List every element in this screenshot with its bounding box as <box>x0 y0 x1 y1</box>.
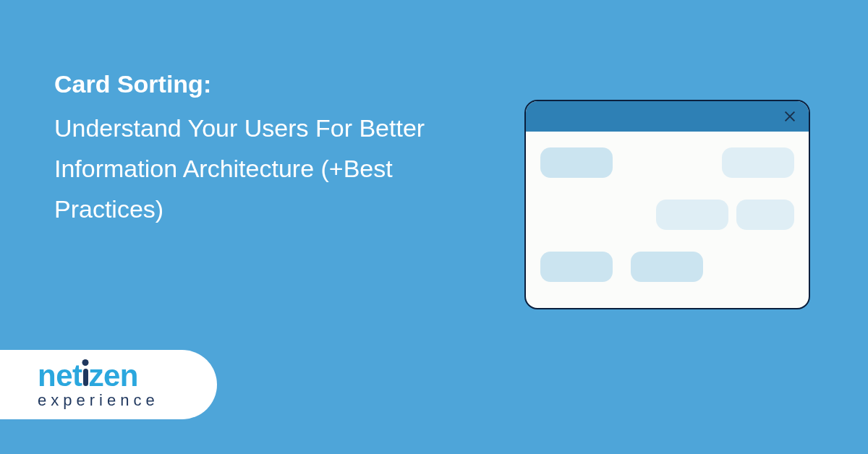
logo-part-net: net <box>38 359 82 393</box>
heading-block: Card Sorting: Understand Your Users For … <box>54 65 503 229</box>
logo-wordmark: netzen <box>38 361 159 391</box>
window-body <box>526 132 809 308</box>
logo-badge: netzen experience <box>0 350 217 419</box>
logo-part-zen: zen <box>89 359 139 393</box>
card-pill <box>540 252 613 282</box>
logo-subtext: experience <box>38 393 159 408</box>
card-pill <box>631 252 703 282</box>
card-pill <box>736 200 794 230</box>
card-pill <box>540 147 613 178</box>
card-window-illustration <box>524 100 810 309</box>
close-icon <box>783 109 797 124</box>
page-title: Card Sorting: <box>54 65 503 103</box>
card-pill <box>722 147 794 178</box>
card-pill <box>656 200 728 230</box>
page-subtitle: Understand Your Users For Better Informa… <box>54 108 503 229</box>
window-titlebar <box>526 101 809 132</box>
logo-i-icon <box>82 361 89 391</box>
brand-logo: netzen experience <box>38 361 159 408</box>
